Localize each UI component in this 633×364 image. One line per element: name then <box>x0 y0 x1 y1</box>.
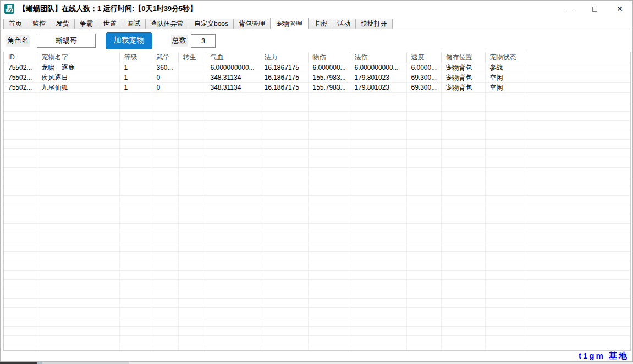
tab-team-anomaly[interactable]: 查队伍异常 <box>145 19 189 29</box>
table-row-empty <box>4 214 630 223</box>
table-row-empty <box>4 345 630 351</box>
role-name-input[interactable] <box>37 34 96 48</box>
col-header-filler <box>525 52 630 63</box>
tab-shipping[interactable]: 发货 <box>51 19 75 29</box>
table-row-empty <box>4 130 630 139</box>
tab-activity[interactable]: 活动 <box>332 19 356 29</box>
taskbar-sliver <box>0 362 633 364</box>
close-button[interactable]: ✕ <box>607 1 632 17</box>
table-row[interactable]: 75502... 疾风逐日 1 0 348.31134 16.1867175 1… <box>4 73 630 82</box>
tab-pet-manage[interactable]: 宠物管理 <box>270 18 309 29</box>
load-pets-button[interactable]: 加载宠物 <box>106 32 152 49</box>
table-row-empty <box>4 167 630 177</box>
app-window: 易 【蜥蜴团队】在线人数：1 运行时间:【0天1时39分5秒】 ✕ 首页 监控 … <box>0 0 633 362</box>
pet-toolbar: 角色名 加载宠物 总数 <box>1 31 632 50</box>
table-row-empty <box>4 158 630 167</box>
col-header-level[interactable]: 等级 <box>119 52 152 63</box>
table-row[interactable]: 75502... 龙啸ゞ逐鹿 1 360... 6.000000000... 1… <box>4 63 630 73</box>
col-header-martial[interactable]: 武学 <box>152 52 178 63</box>
col-header-id[interactable]: ID <box>4 52 37 63</box>
tab-card-key[interactable]: 卡密 <box>308 19 332 29</box>
table-row-empty <box>4 205 630 214</box>
col-header-pet-status[interactable]: 宠物状态 <box>485 52 525 63</box>
col-header-speed[interactable]: 速度 <box>406 52 441 63</box>
window-title: 【蜥蜴团队】在线人数：1 运行时间:【0天1时39分5秒】 <box>19 4 197 14</box>
table-row-empty <box>4 139 630 148</box>
minimize-icon <box>566 9 573 9</box>
table-row-empty <box>4 289 630 298</box>
col-header-pet-name[interactable]: 宠物名字 <box>37 52 119 63</box>
table-row-empty <box>4 186 630 195</box>
table-row-empty <box>4 251 630 261</box>
brand-watermark: t1gm 基地 <box>579 351 629 361</box>
table-row-empty <box>4 195 630 205</box>
table-row-empty <box>4 177 630 186</box>
table-row-empty <box>4 233 630 242</box>
table-row-empty <box>4 317 630 326</box>
role-name-label: 角色名 <box>6 35 30 47</box>
total-count-input[interactable] <box>191 34 216 48</box>
maximize-button[interactable] <box>582 1 607 17</box>
total-label: 总数 <box>171 35 188 47</box>
tab-hegemony[interactable]: 争霸 <box>74 19 98 29</box>
tab-bag-manage[interactable]: 背包管理 <box>233 19 271 29</box>
window-controls: ✕ <box>557 1 632 17</box>
table-row[interactable]: 75502... 九尾仙狐 1 0 348.31134 16.1867175 1… <box>4 82 630 92</box>
tab-strip: 首页 监控 发货 争霸 世道 调试 查队伍异常 自定义boos 背包管理 宠物管… <box>1 18 632 29</box>
tab-home[interactable]: 首页 <box>3 19 27 29</box>
tab-custom-boss[interactable]: 自定义boos <box>189 19 234 29</box>
tab-world[interactable]: 世道 <box>98 19 122 29</box>
minimize-button[interactable] <box>557 1 582 17</box>
table-row-empty <box>4 326 630 335</box>
table-row-empty <box>4 335 630 345</box>
tab-quick-open[interactable]: 快捷打开 <box>355 19 393 29</box>
table-row-empty <box>4 242 630 251</box>
col-header-phys-dmg[interactable]: 物伤 <box>308 52 350 63</box>
title-bar: 易 【蜥蜴团队】在线人数：1 运行时间:【0天1时39分5秒】 ✕ <box>1 1 632 17</box>
close-icon: ✕ <box>617 5 623 13</box>
table-row-empty <box>4 307 630 317</box>
table-row-empty <box>4 102 630 111</box>
table-header-row: ID 宠物名字 等级 武学 转生 气血 法力 物伤 法伤 速度 储存位置 宠物状… <box>4 52 630 63</box>
col-header-storage[interactable]: 储存位置 <box>441 52 485 63</box>
table-row-empty <box>4 120 630 130</box>
table-row-empty <box>4 298 630 307</box>
app-logo-icon: 易 <box>4 4 14 14</box>
maximize-icon <box>592 7 597 12</box>
table-row-empty <box>4 270 630 279</box>
tab-monitor[interactable]: 监控 <box>27 19 51 29</box>
col-header-magic-dmg[interactable]: 法伤 <box>350 52 406 63</box>
table-row-empty <box>4 261 630 270</box>
col-header-hp[interactable]: 气血 <box>206 52 260 63</box>
table-row-empty <box>4 92 630 102</box>
table-row-empty <box>4 111 630 120</box>
table-row-empty <box>4 279 630 289</box>
col-header-mp[interactable]: 法力 <box>260 52 308 63</box>
pet-table: ID 宠物名字 等级 武学 转生 气血 法力 物伤 法伤 速度 储存位置 宠物状… <box>3 52 631 351</box>
table-row-empty <box>4 223 630 233</box>
table-row-empty <box>4 148 630 158</box>
col-header-rebirth[interactable]: 转生 <box>178 52 206 63</box>
tab-debug[interactable]: 调试 <box>122 19 146 29</box>
